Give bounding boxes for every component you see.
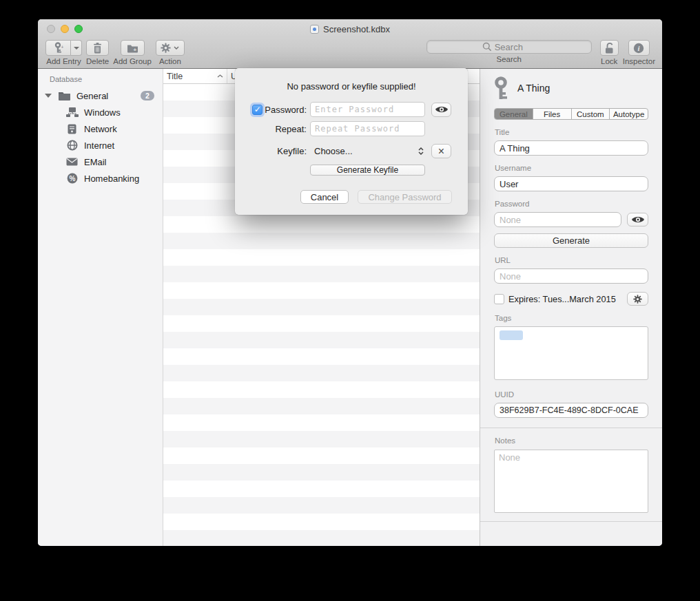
folder-plus-icon: + bbox=[127, 43, 138, 53]
tab-general[interactable]: General bbox=[495, 109, 533, 119]
username-field[interactable] bbox=[494, 176, 648, 191]
sidebar-item-windows[interactable]: Windows bbox=[38, 104, 163, 120]
generate-keyfile-button[interactable]: Generate Keyfile bbox=[310, 165, 425, 176]
sidebar-item-internet[interactable]: Internet bbox=[38, 137, 163, 154]
svg-text:+: + bbox=[61, 45, 63, 50]
stepper-icon bbox=[418, 147, 424, 155]
password-checkbox[interactable]: ✓ bbox=[252, 105, 262, 115]
change-password-dialog: No password or keyfile supplied! ✓ Passw… bbox=[235, 68, 468, 215]
uuid-field[interactable] bbox=[494, 403, 648, 418]
dialog-message: No password or keyfile supplied! bbox=[235, 81, 468, 92]
dialog-show-password-button[interactable] bbox=[431, 103, 451, 117]
minimize-button[interactable] bbox=[61, 25, 69, 33]
group-label: General bbox=[76, 91, 108, 101]
action-label: Action bbox=[159, 57, 181, 65]
tags-label: Tags bbox=[495, 314, 648, 322]
lock-item: Lock bbox=[600, 40, 619, 65]
delete-button[interactable] bbox=[86, 40, 109, 56]
dialog-repeat-label: Repeat: bbox=[275, 124, 307, 134]
sidebar-item-email[interactable]: EMail bbox=[38, 154, 163, 170]
inspector-item: i Inspector bbox=[623, 40, 655, 65]
entry-count-badge: 2 bbox=[141, 91, 154, 101]
notes-field[interactable] bbox=[494, 450, 648, 513]
delete-label: Delete bbox=[86, 57, 109, 65]
change-password-button[interactable]: Change Password bbox=[358, 190, 452, 204]
sidebar-item-label: Internet bbox=[84, 140, 114, 151]
tags-field[interactable] bbox=[494, 326, 648, 380]
uuid-label: UUID bbox=[495, 390, 648, 399]
section-divider bbox=[480, 428, 662, 428]
traffic-lights bbox=[47, 25, 83, 33]
expires-label: Expires: Tues...March 2015 bbox=[508, 294, 623, 304]
entry-header: A Thing bbox=[494, 76, 648, 101]
section-divider bbox=[480, 521, 662, 522]
percent-circle-icon: % bbox=[65, 173, 79, 184]
sidebar: Database General 2 bbox=[38, 69, 163, 546]
add-group-button[interactable]: + bbox=[121, 40, 145, 56]
toolbar: + Add Entry bbox=[38, 39, 662, 69]
password-field[interactable] bbox=[494, 212, 621, 227]
tab-custom[interactable]: Custom bbox=[572, 109, 610, 119]
title-field[interactable] bbox=[494, 140, 648, 156]
column-header-title[interactable]: Title bbox=[163, 69, 227, 83]
username-label: Username bbox=[495, 164, 648, 172]
gear-icon bbox=[633, 295, 642, 304]
gear-icon bbox=[161, 43, 171, 53]
key-icon bbox=[494, 76, 508, 101]
tab-autotype[interactable]: Autotype bbox=[610, 109, 648, 119]
search-icon bbox=[482, 42, 492, 52]
tag-pill[interactable] bbox=[500, 330, 523, 340]
dialog-password-label: Password: bbox=[265, 105, 307, 115]
keyfile-value: Choose... bbox=[314, 146, 353, 156]
close-button[interactable] bbox=[47, 25, 55, 33]
generate-password-button[interactable]: Generate bbox=[494, 233, 648, 248]
sidebar-item-homebanking[interactable]: % Homebanking bbox=[38, 170, 163, 187]
disclosure-triangle-icon[interactable] bbox=[45, 94, 52, 98]
unlock-icon bbox=[604, 42, 615, 54]
action-button[interactable] bbox=[156, 40, 185, 56]
window-chrome: Screenshot.kdbx + bbox=[38, 19, 662, 69]
globe-icon bbox=[65, 140, 79, 151]
sidebar-section-header: Database bbox=[50, 75, 163, 83]
add-entry-dropdown[interactable] bbox=[71, 40, 82, 56]
search-input[interactable] bbox=[495, 42, 536, 52]
server-icon bbox=[65, 124, 79, 134]
sidebar-item-label: Homebanking bbox=[84, 173, 139, 184]
inspector-tabs: General Files Custom Autotype bbox=[494, 108, 648, 120]
tab-files[interactable]: Files bbox=[533, 109, 572, 119]
password-label: Password bbox=[495, 200, 648, 208]
lock-button[interactable] bbox=[600, 40, 619, 56]
inspector-button[interactable]: i bbox=[628, 40, 650, 56]
titlebar[interactable]: Screenshot.kdbx bbox=[38, 19, 662, 39]
dialog-repeat-input[interactable] bbox=[310, 121, 425, 136]
zoom-button[interactable] bbox=[74, 25, 83, 33]
search-field[interactable] bbox=[426, 40, 592, 54]
url-field[interactable] bbox=[494, 268, 648, 284]
check-icon: ✓ bbox=[254, 105, 261, 114]
expires-settings-button[interactable] bbox=[627, 292, 648, 306]
sidebar-item-network[interactable]: Network bbox=[38, 120, 163, 137]
action-item: Action bbox=[156, 40, 185, 65]
inspector-label: Inspector bbox=[623, 57, 655, 65]
entry-title: A Thing bbox=[517, 83, 550, 94]
expires-checkbox[interactable] bbox=[494, 294, 504, 304]
sidebar-group-general[interactable]: General 2 bbox=[38, 87, 163, 104]
add-entry-button[interactable]: + bbox=[45, 40, 71, 56]
sidebar-item-label: Network bbox=[84, 124, 117, 134]
app-window: Screenshot.kdbx + bbox=[38, 19, 662, 546]
sort-ascending-icon bbox=[217, 74, 223, 78]
keyfile-clear-button[interactable]: × bbox=[431, 144, 451, 158]
keyfile-select[interactable]: Choose... bbox=[310, 146, 425, 156]
add-entry-label: Add Entry bbox=[46, 57, 81, 65]
add-group-label: Add Group bbox=[113, 57, 152, 65]
show-password-button[interactable] bbox=[627, 213, 648, 226]
dialog-password-input[interactable] bbox=[310, 102, 425, 117]
chevron-down-icon bbox=[74, 47, 79, 50]
document-icon bbox=[310, 25, 319, 34]
sidebar-item-label: Windows bbox=[84, 107, 121, 118]
folder-icon bbox=[58, 91, 71, 101]
cancel-button[interactable]: Cancel bbox=[300, 190, 349, 204]
sidebar-item-label: EMail bbox=[84, 157, 107, 167]
chevron-down-icon bbox=[174, 46, 179, 50]
eye-icon bbox=[631, 215, 645, 224]
